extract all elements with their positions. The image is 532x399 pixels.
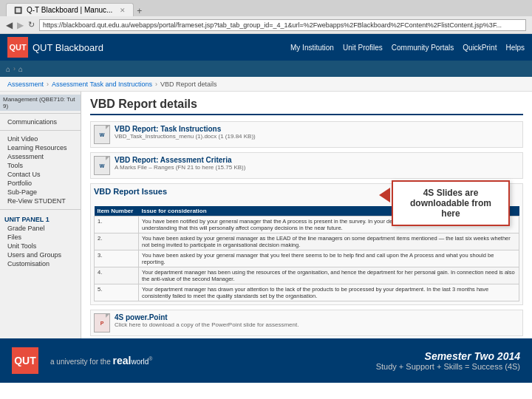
forward-button[interactable]: ▶ xyxy=(17,20,24,30)
row-number: 4. xyxy=(95,267,139,284)
sidebar-item-files[interactable]: Files xyxy=(4,233,76,242)
footer-tagline-real: real xyxy=(112,355,131,366)
row-number: 2. xyxy=(95,233,139,250)
row-issue: Your department manager has been using t… xyxy=(139,267,519,284)
report-desc-2: A Marks File – Ranges (FN 21 to here (15… xyxy=(115,164,519,171)
sub-nav-home[interactable]: ⌂ xyxy=(6,65,10,73)
sidebar-section-2: Unit Video Learning Resources Assessment… xyxy=(0,133,81,207)
row-issue: You have been asked by your general mana… xyxy=(139,233,519,250)
report-name-ppt[interactable]: 4S power.Point xyxy=(115,313,519,321)
sidebar-panel-title: UNIT PANEL 1 xyxy=(4,214,76,224)
report-info-2: VBD Report: Assessment Criteria A Marks … xyxy=(115,156,519,171)
doc-icon-2: W xyxy=(100,163,105,168)
footer-tagline-container: a university for the realworld® xyxy=(50,355,152,366)
table-row: 4. Your department manager has been usin… xyxy=(95,267,519,284)
sidebar-item-tools[interactable]: Tools xyxy=(4,161,76,170)
address-bar: ◀ ▶ ↻ xyxy=(0,16,532,34)
content-area: VBD Report details W VBD Report: Task In… xyxy=(81,92,532,338)
breadcrumb-item-3: VBD Report details xyxy=(160,81,217,88)
qut-header: QUT QUT Blackboard My Institution Unit P… xyxy=(0,34,532,61)
sidebar-user-section: Management (QBE710: Tut 9) xyxy=(0,95,81,111)
footer-semester: Semester Two 2014 xyxy=(376,350,520,362)
tooltip-arrow xyxy=(379,188,390,202)
tab-bar: 🔲 Q-T Blackboard | Manuc... ✕ + xyxy=(0,0,532,16)
tab-favicon: 🔲 xyxy=(14,7,22,14)
table-row: 3. You have been asked by your general m… xyxy=(95,250,519,267)
sidebar-item-portfolio[interactable]: Portfolio xyxy=(4,179,76,188)
sidebar: Management (QBE710: Tut 9) Communication… xyxy=(0,92,81,338)
file-icon-ppt: P xyxy=(94,313,110,332)
tooltip-box: 4S Slides are downloadable from here xyxy=(392,180,510,226)
breadcrumb: Assessment › Assessment Task and Instruc… xyxy=(0,77,532,92)
tooltip-text: 4S Slides are downloadable from here xyxy=(410,188,491,219)
footer-skills: Study + Support + Skills = Success (4S) xyxy=(376,362,520,371)
row-issue: You have been asked by your general mana… xyxy=(139,250,519,267)
report-name-2[interactable]: VBD Report: Assessment Criteria xyxy=(115,156,519,164)
browser-tab[interactable]: 🔲 Q-T Blackboard | Manuc... ✕ xyxy=(6,3,134,16)
tab-title: Q-T Blackboard | Manuc... xyxy=(27,6,112,14)
sidebar-section-1: Communications xyxy=(0,116,81,128)
nav-community-portals[interactable]: Community Portals xyxy=(392,44,454,52)
sidebar-item-contact-us[interactable]: Contact Us xyxy=(4,170,76,179)
breadcrumb-item-1[interactable]: Assessment xyxy=(7,81,44,88)
sidebar-item-sub-page[interactable]: Sub-Page xyxy=(4,188,76,197)
address-input[interactable] xyxy=(39,19,526,31)
qut-logo: QUT QUT Blackboard xyxy=(7,37,103,58)
report-desc-1: VBD_Task_Instructions_menu (1).docx (1 (… xyxy=(115,133,519,140)
file-icon-2: W xyxy=(94,156,110,175)
sidebar-item-users-groups[interactable]: Users and Groups xyxy=(4,250,76,259)
footer-right: Semester Two 2014 Study + Support + Skil… xyxy=(376,350,520,371)
table-row: 2. You have been asked by your general m… xyxy=(95,233,519,250)
nav-my-institution[interactable]: My Institution xyxy=(290,44,334,52)
doc-icon: W xyxy=(100,132,105,137)
nav-unit-profiles[interactable]: Unit Profiles xyxy=(343,44,383,52)
main-layout: Management (QBE710: Tut 9) Communication… xyxy=(0,92,532,338)
qut-logo-text: QUT xyxy=(9,43,26,52)
nav-helps[interactable]: Helps xyxy=(505,44,525,52)
ppt-icon: P xyxy=(100,321,104,326)
sidebar-item-grade-panel[interactable]: Grade Panel xyxy=(4,224,76,233)
footer-qut-square: QUT xyxy=(12,347,38,374)
report-info-1: VBD Report: Task Instructions VBD_Task_I… xyxy=(115,125,519,140)
report-item-2: W VBD Report: Assessment Criteria A Mark… xyxy=(90,152,523,179)
report-desc-ppt: Click here to download a copy of the Pow… xyxy=(115,321,519,328)
col-header-number: Item Number xyxy=(95,206,139,216)
sidebar-item-communications[interactable]: Communications xyxy=(4,117,76,126)
issues-section-title: VBD Report Issues xyxy=(94,187,167,196)
footer-tagline-symbol: ® xyxy=(149,356,152,361)
tab-close-icon[interactable]: ✕ xyxy=(120,7,126,14)
report-name-1[interactable]: VBD Report: Task Instructions xyxy=(115,125,519,133)
footer-tagline-pre: a university for the xyxy=(50,358,112,366)
back-button[interactable]: ◀ xyxy=(6,20,13,30)
new-tab-button[interactable]: + xyxy=(137,6,142,16)
reload-button[interactable]: ↻ xyxy=(28,20,35,30)
report-item-ppt: P 4S power.Point Click here to download … xyxy=(90,310,523,336)
sidebar-item-assessment[interactable]: Assessment xyxy=(4,152,76,161)
sub-nav-second[interactable]: ⌂ xyxy=(18,65,23,73)
sidebar-item-unit-video[interactable]: Unit Video xyxy=(4,134,76,143)
row-number: 1. xyxy=(95,216,139,233)
footer: QUT a university for the realworld® Seme… xyxy=(0,338,532,383)
page-title: VBD Report details xyxy=(90,98,523,115)
report-info-ppt: 4S power.Point Click here to download a … xyxy=(115,313,519,328)
file-icon-1: W xyxy=(94,125,110,144)
sidebar-item-review-student[interactable]: Re-View STUDENT xyxy=(4,197,76,205)
row-issue: Your department manager has drawn your a… xyxy=(139,284,519,301)
qut-blackboard-title: QUT Blackboard xyxy=(33,42,103,53)
footer-tagline-post: world xyxy=(131,358,149,366)
sidebar-item-learning-resources[interactable]: Learning Resources xyxy=(4,143,76,152)
footer-qut-text: QUT xyxy=(14,355,36,366)
sidebar-item-customisation[interactable]: Customisation xyxy=(4,259,76,268)
breadcrumb-item-2[interactable]: Assessment Task and Instructions xyxy=(52,81,152,88)
qut-nav: My Institution Unit Profiles Community P… xyxy=(290,44,525,52)
sidebar-item-unit-tools[interactable]: Unit Tools xyxy=(4,242,76,250)
sidebar-section-3: UNIT PANEL 1 Grade Panel Files Unit Tool… xyxy=(0,212,81,270)
nav-quickprint[interactable]: QuickPrint xyxy=(463,44,497,52)
row-number: 3. xyxy=(95,250,139,267)
table-row: 5. Your department manager has drawn you… xyxy=(95,284,519,301)
report-item-1: W VBD Report: Task Instructions VBD_Task… xyxy=(90,121,523,148)
footer-logo: QUT xyxy=(12,347,38,374)
sub-nav: ⌂ › ⌂ xyxy=(0,61,532,77)
row-number: 5. xyxy=(95,284,139,301)
